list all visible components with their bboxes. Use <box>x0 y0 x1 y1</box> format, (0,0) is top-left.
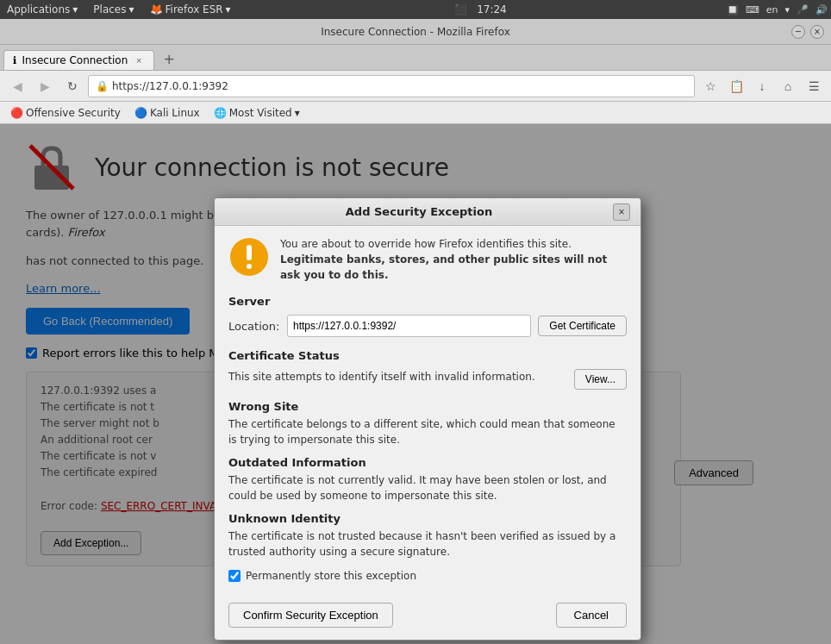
wrong-site-text: The certificate belongs to a different s… <box>228 416 627 447</box>
cert-status-body: This site attempts to identify itself wi… <box>228 369 627 390</box>
bookmark-label: Kali Linux <box>150 107 200 119</box>
screen-icon: ⬛ <box>454 3 467 16</box>
outdated-info-issue: Outdated Information The certificate is … <box>228 456 627 503</box>
nav-actions: ☆ 📋 ↓ ⌂ ☰ <box>698 74 826 98</box>
server-section-title: Server <box>228 295 627 308</box>
wrong-site-issue: Wrong Site The certificate belongs to a … <box>228 400 627 447</box>
nav-bar: ◀ ▶ ↻ 🔒 https://127.0.0.1:9392 ☆ 📋 ↓ ⌂ ☰ <box>0 71 831 102</box>
dialog-body: You are about to override how Firefox id… <box>215 226 640 603</box>
permanently-store-row: Permanently store this exception <box>228 570 627 582</box>
applications-menu[interactable]: Applications ▾ <box>3 2 81 17</box>
browser-window: Insecure Connection - Mozilla Firefox − … <box>0 19 831 644</box>
chevron-down-icon: ▾ <box>129 3 134 16</box>
unknown-identity-text: The certificate is not trusted because i… <box>228 528 627 560</box>
dialog-footer: Confirm Security Exception Cancel <box>215 603 640 640</box>
history-button[interactable]: 📋 <box>724 74 748 98</box>
back-button[interactable]: ◀ <box>5 74 29 98</box>
bookmark-label: Most Visited <box>229 107 292 119</box>
bookmark-icon: 🔴 <box>10 107 23 119</box>
tab-title: Insecure Connection <box>22 54 128 66</box>
home-button[interactable]: ⌂ <box>776 74 800 98</box>
dialog-titlebar: Add Security Exception × <box>215 198 640 226</box>
close-button[interactable]: × <box>810 25 824 39</box>
current-time: 17:24 <box>477 3 507 16</box>
permanently-store-checkbox[interactable] <box>228 570 241 582</box>
bookmark-label: Offensive Security <box>26 107 121 119</box>
unknown-identity-title: Unknown Identity <box>228 512 627 525</box>
firefox-icon: 🦊 <box>150 3 163 16</box>
wrong-site-title: Wrong Site <box>228 400 627 413</box>
warning-text: You are about to override how Firefox id… <box>280 236 627 283</box>
menu-button[interactable]: ☰ <box>802 74 826 98</box>
places-menu[interactable]: Places ▾ <box>90 2 137 17</box>
dialog-title: Add Security Exception <box>225 205 613 218</box>
outdated-info-title: Outdated Information <box>228 456 627 469</box>
globe-icon: 🌐 <box>214 107 227 119</box>
security-icon: 🔒 <box>96 80 109 92</box>
warning-row: You are about to override how Firefox id… <box>228 236 627 283</box>
chevron-down-icon: ▾ <box>784 4 790 16</box>
dialog-close-button[interactable]: × <box>613 203 630 221</box>
taskbar-center: ⬛ 17:24 <box>243 3 718 16</box>
browser-title: Insecure Connection - Mozilla Firefox <box>321 26 510 38</box>
permanently-store-label: Permanently store this exception <box>246 570 416 582</box>
tab-favicon: ℹ <box>13 54 17 66</box>
outdated-info-text: The certificate is not currently valid. … <box>228 472 627 503</box>
taskbar-right: 🔲 ⌨ en ▾ 🎤 🔊 <box>727 4 828 16</box>
lang-label: en <box>766 4 778 16</box>
network-icon: 🔲 <box>727 4 739 16</box>
location-label: Location: <box>228 320 280 333</box>
window-controls: − × <box>791 25 824 39</box>
warning-bold: Legitimate banks, stores, and other publ… <box>280 253 607 281</box>
bookmarks-bar: 🔴 Offensive Security 🔵 Kali Linux 🌐 Most… <box>0 102 831 124</box>
bookmark-most-visited[interactable]: 🌐 Most Visited ▾ <box>209 105 305 121</box>
add-security-exception-dialog: Add Security Exception × You are about t… <box>214 197 641 641</box>
firefox-menu[interactable]: 🦊 Firefox ESR ▾ <box>147 2 234 17</box>
bookmark-kali-linux[interactable]: 🔵 Kali Linux <box>129 105 205 121</box>
warning-icon <box>228 236 270 278</box>
url-bar[interactable]: 🔒 https://127.0.0.1:9392 <box>88 75 695 97</box>
svg-rect-3 <box>247 245 252 260</box>
cert-status-title: Certificate Status <box>228 349 627 362</box>
firefox-label: Firefox ESR <box>166 3 223 16</box>
chevron-down-icon: ▾ <box>72 3 78 16</box>
new-tab-button[interactable]: + <box>158 47 180 70</box>
reload-button[interactable]: ↻ <box>60 74 84 98</box>
cert-status-text: This site attempts to identify itself wi… <box>228 369 564 385</box>
bookmark-button[interactable]: ☆ <box>698 74 722 98</box>
sound-icon: 🔊 <box>815 4 828 16</box>
svg-rect-4 <box>247 264 252 269</box>
forward-button[interactable]: ▶ <box>33 74 57 98</box>
tab-insecure-connection[interactable]: ℹ Insecure Connection × <box>3 50 154 70</box>
taskbar: Applications ▾ Places ▾ 🦊 Firefox ESR ▾ … <box>0 0 831 19</box>
get-certificate-button[interactable]: Get Certificate <box>538 316 627 336</box>
applications-label: Applications <box>7 3 70 16</box>
view-button[interactable]: View... <box>574 369 627 390</box>
location-input[interactable] <box>287 315 531 337</box>
minimize-button[interactable]: − <box>791 25 805 39</box>
unknown-identity-issue: Unknown Identity The certificate is not … <box>228 512 627 560</box>
tab-close-button[interactable]: × <box>133 54 145 66</box>
keyboard-icon: ⌨ <box>746 4 759 16</box>
chevron-down-icon: ▾ <box>295 107 300 119</box>
url-text: https://127.0.0.1:9392 <box>112 80 228 92</box>
server-row: Location: Get Certificate <box>228 315 627 337</box>
confirm-security-exception-button[interactable]: Confirm Security Exception <box>228 603 393 628</box>
kali-icon: 🔵 <box>134 107 147 119</box>
download-button[interactable]: ↓ <box>750 74 774 98</box>
page-content: Your connection is not secure The owner … <box>0 124 831 644</box>
chevron-down-icon: ▾ <box>226 3 231 16</box>
browser-titlebar: Insecure Connection - Mozilla Firefox − … <box>0 19 831 45</box>
places-label: Places <box>93 3 126 16</box>
mic-icon: 🎤 <box>797 4 809 16</box>
tab-bar: ℹ Insecure Connection × + <box>0 45 831 71</box>
cancel-button[interactable]: Cancel <box>556 603 627 628</box>
bookmark-offensive-security[interactable]: 🔴 Offensive Security <box>5 105 126 121</box>
